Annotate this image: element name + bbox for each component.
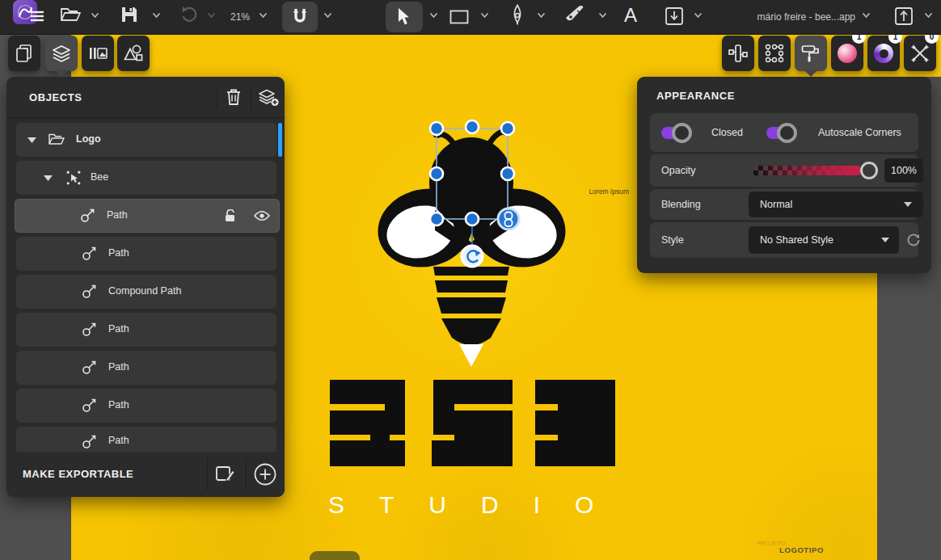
node-select-icon [764,43,785,64]
objects-panel-footer: MAKE EXPORTABLE [6,452,285,497]
style-dropdown[interactable]: No Shared Style [749,226,899,254]
knife-tool-chevron-icon[interactable] [598,12,607,19]
fill-color-swatch-icon [838,44,857,63]
selection-overlay[interactable] [420,113,538,275]
delete-layer-button[interactable] [222,85,246,109]
effects-wands-icon [909,43,930,64]
visibility-eye-icon[interactable] [254,210,270,221]
layer-row-path-selected[interactable]: Path [15,199,280,233]
pen-tool-chevron-icon[interactable] [537,12,546,19]
hamburger-menu-icon[interactable] [30,11,44,22]
layer-label: Bee [91,171,108,183]
layer-row-path[interactable]: Path [16,389,276,423]
layer-row-path[interactable]: Path [16,313,276,347]
layer-row-path[interactable]: Path [16,237,276,271]
text-tool-icon[interactable]: A [619,4,642,27]
open-menu-chevron-icon[interactable] [91,12,99,19]
path-icon [81,398,97,414]
slice-edit-icon [215,464,236,485]
add-layer-button[interactable] [255,85,281,109]
save-icon[interactable] [120,6,138,23]
opacity-slider-knob[interactable] [860,162,878,179]
shape-tool-icon[interactable] [449,10,469,24]
stroke-color-button[interactable]: 1 [867,36,900,71]
snapping-menu-chevron-icon[interactable] [323,12,332,19]
blending-dropdown[interactable]: Normal [749,192,923,217]
undo-icon[interactable] [179,5,199,24]
appearance-panel-title: APPEARANCE [656,90,735,102]
opacity-slider-track[interactable] [753,166,860,175]
add-layer-icon [258,87,279,107]
layer-selected-indicator [278,123,282,157]
pen-tool-icon[interactable] [509,4,525,25]
expand-caret-icon[interactable] [27,137,36,143]
zoom-level-value[interactable]: 21% [226,11,254,23]
objects-panel-title: OBJECTS [29,91,82,103]
fill-color-button[interactable]: 1 [831,36,863,71]
path-icon [81,434,97,450]
logotipo-text[interactable]: LOGOTIPO [779,545,824,554]
divider [246,458,247,491]
document-name[interactable]: mário freire - bee...app [757,11,855,23]
bee-wordmark[interactable] [330,378,617,467]
path-icon [81,284,97,300]
canvas-olive-shape[interactable] [310,551,360,560]
assets-shapes-icon [123,44,144,63]
layer-row-logo[interactable]: Logo [16,123,276,157]
node-panel-button[interactable] [758,36,791,71]
layer-label: Logo [76,133,101,145]
add-export-button[interactable] [252,462,278,486]
snapping-magnet-button[interactable] [282,2,318,32]
move-tool-button[interactable] [386,2,423,32]
group-icon [66,171,81,185]
save-menu-chevron-icon[interactable] [152,12,161,19]
knife-tool-icon[interactable] [563,4,588,25]
unlock-icon[interactable] [223,209,238,222]
opacity-value-field[interactable]: 100% [884,158,923,183]
autoscale-corners-label: Autoscale Corners [818,127,901,138]
artboards-panel-button[interactable] [82,36,114,71]
shape-tool-chevron-icon[interactable] [480,12,489,19]
divider [6,117,285,118]
layers-panel-pointer [54,69,69,77]
closed-toggle-knob[interactable] [672,123,692,143]
move-tool-chevron-icon[interactable] [429,12,438,19]
place-image-icon[interactable] [665,6,684,26]
layers-panel-button[interactable] [45,36,78,71]
blending-value: Normal [760,199,792,210]
transform-icon [728,43,749,64]
document-menu-chevron-icon[interactable] [862,12,871,19]
layer-row-path[interactable]: Path [16,427,276,452]
layer-row-path[interactable]: Path [16,351,276,385]
style-group: Style No Shared Style [650,222,918,258]
export-slice-button[interactable] [213,462,238,486]
appearance-panel-button[interactable] [795,36,827,71]
layer-label: Path [108,435,129,446]
share-export-icon[interactable] [894,6,914,26]
expand-caret-icon[interactable] [44,175,53,181]
studio-text[interactable]: STUDIO [328,491,628,519]
style-sync-button[interactable] [904,226,923,254]
open-document-icon[interactable] [60,6,81,23]
curve-options-group: Closed Autoscale Corners [650,113,918,152]
lorem-ipsum-text[interactable]: Lorem Ipsum [564,187,629,196]
make-exportable-label: MAKE EXPORTABLE [23,468,133,480]
share-menu-chevron-icon[interactable] [924,12,933,19]
divider [207,458,208,491]
undo-menu-chevron-icon[interactable] [207,12,216,19]
blending-label: Blending [661,199,701,210]
opacity-label: Opacity [661,165,695,176]
path-icon [81,322,97,338]
pages-panel-button[interactable] [8,36,40,71]
effects-panel-button[interactable]: 0 [904,36,936,71]
zoom-menu-chevron-icon[interactable] [259,12,268,19]
assets-panel-button[interactable] [117,36,150,71]
layer-row-bee[interactable]: Bee [16,161,276,195]
layer-row-compound-path[interactable]: Compound Path [16,275,276,309]
layer-label: Path [108,323,129,335]
selection-handles [430,120,519,267]
path-icon [81,246,97,262]
autoscale-corners-toggle-knob[interactable] [777,123,797,143]
place-menu-chevron-icon[interactable] [694,12,703,19]
transform-panel-button[interactable] [722,36,754,71]
